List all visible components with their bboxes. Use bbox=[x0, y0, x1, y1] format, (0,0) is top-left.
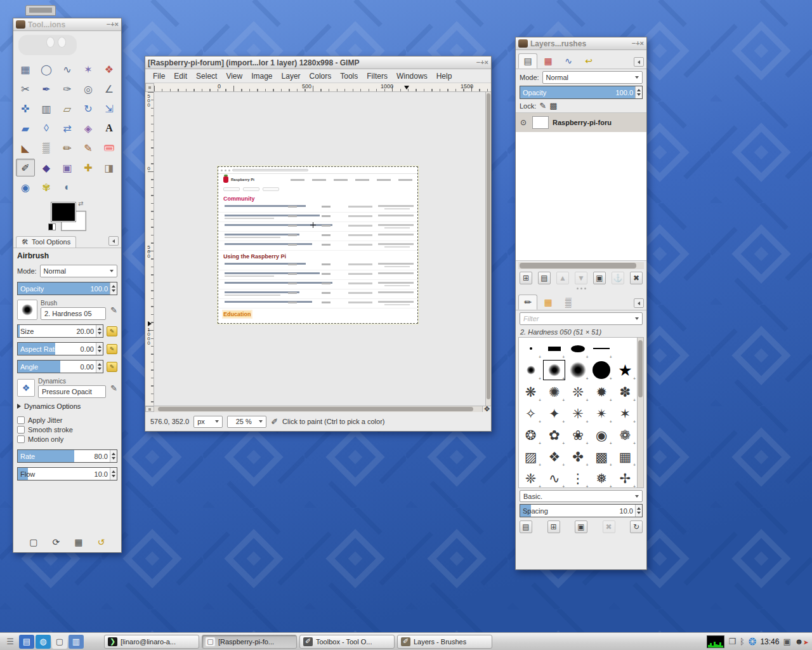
menu-image[interactable]: Image bbox=[247, 70, 276, 82]
menu-edit[interactable]: Edit bbox=[170, 70, 191, 82]
tab-paths[interactable]: ∿ bbox=[559, 53, 578, 69]
menu-file[interactable]: File bbox=[149, 70, 169, 82]
layers-titlebar[interactable]: Layers...rushes −+× bbox=[516, 37, 646, 50]
close-button[interactable]: × bbox=[640, 39, 644, 47]
brush-swatch[interactable]: + bbox=[519, 338, 542, 359]
logout-icon[interactable]: ☻➤ bbox=[795, 637, 808, 646]
forum-row[interactable] bbox=[218, 232, 417, 241]
brush-swatch[interactable]: ❖+ bbox=[542, 446, 566, 467]
tool-color-picker[interactable]: ✑ bbox=[58, 80, 77, 98]
brush-swatch[interactable]: ✦+ bbox=[542, 402, 566, 424]
tool-select-by-color[interactable]: ❖ bbox=[100, 60, 119, 78]
task-gimp-toolbox[interactable]: ✐Toolbox - Tool O... bbox=[299, 635, 395, 649]
brush-scrollbar[interactable] bbox=[637, 338, 643, 488]
forum-row[interactable] bbox=[218, 261, 417, 270]
rate-slider[interactable]: Rate 80.0 bbox=[17, 449, 117, 463]
tab-menu-button[interactable] bbox=[634, 298, 644, 308]
text-editor-launcher[interactable]: ▢ bbox=[52, 635, 67, 649]
brush-swatch[interactable]: + bbox=[566, 359, 589, 381]
tool-shear[interactable]: ▰ bbox=[16, 119, 35, 137]
tab-layers[interactable]: ▤ bbox=[518, 53, 537, 69]
brush-swatch[interactable]: ❁+ bbox=[613, 424, 637, 446]
brush-swatch[interactable]: ❈+ bbox=[519, 467, 542, 488]
forum-row[interactable] bbox=[218, 222, 417, 232]
visibility-eye-icon[interactable]: ⊙ bbox=[518, 118, 528, 127]
tool-rectangle-select[interactable]: ▦ bbox=[16, 60, 35, 78]
brush-swatch[interactable]: ✽+ bbox=[613, 381, 637, 402]
tool-flip[interactable]: ⇄ bbox=[58, 119, 77, 137]
menu-layer[interactable]: Layer bbox=[278, 70, 304, 82]
tool-dodge-burn[interactable]: ◐ bbox=[58, 178, 77, 196]
new-layer-button[interactable]: ⊞ bbox=[520, 272, 532, 284]
brush-preview[interactable] bbox=[17, 300, 37, 320]
size-reset-icon[interactable]: ✎ bbox=[107, 326, 117, 336]
brush-filter-dropdown[interactable]: Filter bbox=[520, 312, 643, 325]
size-spin[interactable] bbox=[96, 325, 103, 337]
file-viewer-launcher[interactable]: ▥ bbox=[69, 635, 84, 649]
unit-dropdown[interactable]: px bbox=[193, 416, 223, 428]
horizontal-ruler[interactable]: 050010001500 bbox=[154, 83, 491, 92]
tool-paintbrush[interactable]: ✎ bbox=[79, 139, 98, 157]
brush-swatch[interactable]: ★+ bbox=[613, 359, 637, 381]
vertical-scrollbar[interactable] bbox=[485, 92, 491, 406]
tool-gradient[interactable]: ▒ bbox=[37, 139, 56, 157]
ruler-corner-button[interactable] bbox=[145, 83, 154, 92]
forum-row[interactable] bbox=[218, 270, 417, 280]
new-layer-group-button[interactable]: ▤ bbox=[538, 272, 551, 284]
tab-patterns[interactable]: ▦ bbox=[539, 295, 558, 310]
image-window-titlebar[interactable]: [Raspberry-pi-forum] (import...lor 1 lay… bbox=[145, 56, 491, 69]
tab-brushes[interactable]: ✏ bbox=[518, 295, 537, 310]
menu-filters[interactable]: Filters bbox=[363, 70, 391, 82]
refresh-brushes-button[interactable]: ↻ bbox=[630, 521, 643, 533]
brush-swatch[interactable]: ❅+ bbox=[590, 467, 613, 488]
brush-swatch[interactable]: ❀+ bbox=[566, 424, 589, 446]
brush-swatch[interactable]: ∿+ bbox=[542, 467, 566, 488]
rate-spin[interactable] bbox=[110, 450, 117, 462]
foreground-color-swatch[interactable] bbox=[51, 202, 75, 222]
tool-paths[interactable]: ✒ bbox=[37, 80, 56, 98]
new-brush-button[interactable]: ⊞ bbox=[547, 521, 560, 533]
angle-spin[interactable] bbox=[96, 361, 103, 373]
menu-select[interactable]: Select bbox=[192, 70, 221, 82]
reset-colors-icon[interactable] bbox=[49, 224, 55, 230]
aspect-reset-icon[interactable]: ✎ bbox=[107, 344, 117, 354]
horizontal-scrollbar[interactable] bbox=[154, 406, 482, 412]
cpu-monitor[interactable] bbox=[707, 635, 724, 648]
menu-view[interactable]: View bbox=[222, 70, 246, 82]
brush-swatch[interactable]: ✧+ bbox=[519, 402, 542, 424]
close-button[interactable]: × bbox=[115, 20, 119, 28]
forum-row[interactable] bbox=[218, 299, 417, 308]
brush-swatch[interactable]: + bbox=[590, 359, 613, 381]
opacity-spin[interactable] bbox=[110, 282, 117, 295]
brush-swatch[interactable]: ▨+ bbox=[519, 446, 542, 467]
app-menu-launcher[interactable]: ☰ bbox=[3, 635, 18, 649]
menu-help[interactable]: Help bbox=[433, 70, 456, 82]
save-tool-options-button[interactable]: ▢ bbox=[27, 536, 40, 548]
forum-row[interactable] bbox=[218, 203, 417, 213]
tab-menu-button[interactable] bbox=[634, 57, 644, 67]
spacing-slider[interactable]: Spacing 10.0 bbox=[520, 504, 643, 517]
dock-splitter[interactable] bbox=[516, 286, 646, 291]
brush-swatch[interactable]: ✶+ bbox=[613, 402, 637, 424]
checkbox-apply-jitter[interactable] bbox=[17, 416, 25, 424]
task-gimp-dialog[interactable]: ✐Layers - Brushes bbox=[397, 635, 492, 649]
lock-pixels-icon[interactable]: ✎ bbox=[539, 101, 546, 110]
tab-gradients[interactable]: ▒ bbox=[559, 295, 578, 310]
brush-swatch[interactable]: ✴+ bbox=[590, 402, 613, 424]
tool-perspective[interactable]: ◊ bbox=[37, 119, 56, 137]
tool-ink[interactable]: ◆ bbox=[37, 159, 56, 176]
dynamics-options-expander[interactable]: Dynamics Options bbox=[17, 402, 117, 410]
aspect-ratio-slider[interactable]: Aspect Ratio 0.00 bbox=[17, 342, 103, 355]
brush-swatch[interactable]: + bbox=[542, 359, 566, 381]
network-icon[interactable]: ❒ bbox=[728, 637, 736, 646]
menu-tools[interactable]: Tools bbox=[336, 70, 362, 82]
layer-opacity-slider[interactable]: Opacity 100.0 bbox=[520, 86, 643, 99]
task-terminal[interactable]: ❯[linaro@linaro-a... bbox=[104, 635, 199, 649]
forum-row[interactable] bbox=[218, 241, 417, 251]
tab-undo-history[interactable]: ↩ bbox=[579, 53, 598, 69]
toolbox-titlebar[interactable]: Tool...ions −+× bbox=[13, 18, 121, 31]
reset-tool-options-button[interactable]: ↺ bbox=[95, 536, 107, 548]
aspect-spin[interactable] bbox=[96, 343, 103, 355]
brush-swatch[interactable]: ▩+ bbox=[590, 446, 613, 467]
layers-hscrollbar[interactable] bbox=[518, 262, 644, 269]
